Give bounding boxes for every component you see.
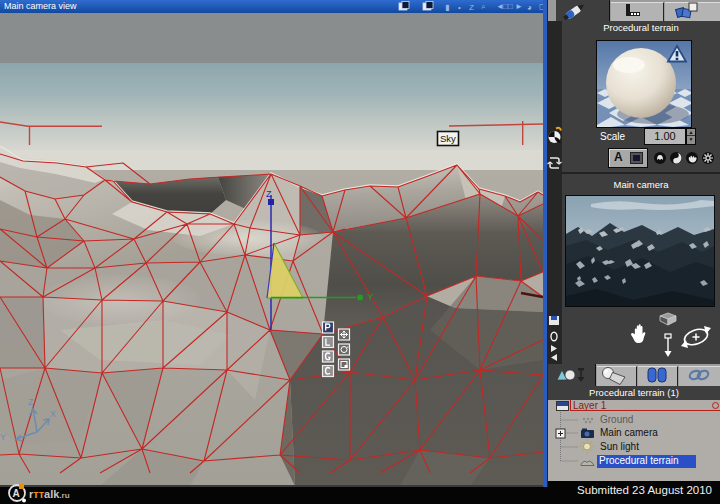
svg-text:X: X	[50, 409, 56, 419]
svg-text:⌕: ⌕	[481, 2, 485, 11]
svg-text:Sky: Sky	[440, 133, 456, 144]
svg-text:□□: □□	[503, 2, 513, 11]
svg-text:Z: Z	[469, 3, 474, 12]
svg-text:rттalk.ru: rттalk.ru	[29, 488, 70, 500]
svg-text:Y: Y	[367, 291, 374, 302]
svg-text:▮: ▮	[445, 3, 449, 12]
svg-text:◕: ◕	[527, 3, 532, 12]
svg-text:Y: Y	[0, 432, 6, 442]
svg-text:Z: Z	[266, 189, 272, 199]
svg-text:•: •	[458, 3, 461, 12]
svg-text:►: ►	[515, 2, 523, 11]
svg-text:Z: Z	[28, 397, 34, 407]
svg-text:A: A	[13, 488, 20, 499]
